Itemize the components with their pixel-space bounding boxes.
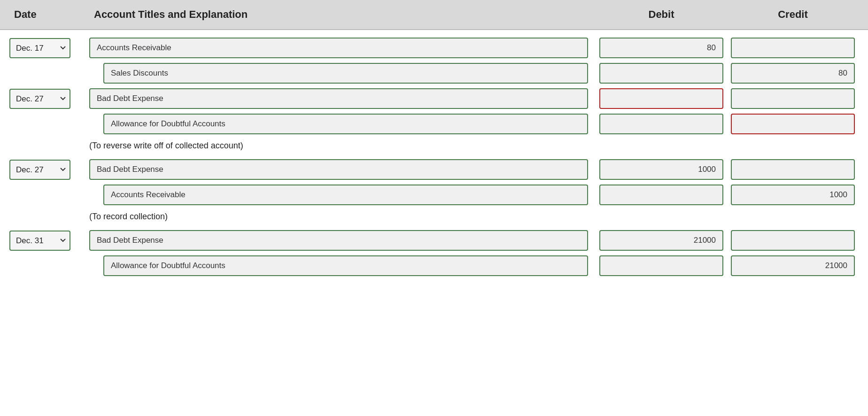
credit-input-entry4-1[interactable] (731, 255, 855, 276)
account-cell-entry2-1 (89, 114, 596, 134)
debit-input-entry3-0[interactable] (599, 159, 723, 180)
journal-table: Date Account Titles and Explanation Debi… (0, 0, 868, 416)
debit-input-entry1-1[interactable] (599, 63, 723, 84)
credit-input-entry4-0[interactable] (731, 230, 855, 251)
debit-cell-entry2-1 (596, 114, 727, 134)
note-date-empty (9, 139, 89, 154)
credit-cell-entry3-0 (727, 159, 859, 180)
table-row: Dec. 17Dec. 27Dec. 31 (9, 159, 859, 180)
credit-cell-entry1-0 (727, 38, 859, 58)
credit-input-entry1-1[interactable] (731, 63, 855, 84)
debit-column-header: Debit (596, 8, 727, 21)
table-row (9, 185, 859, 205)
date-cell-entry4: Dec. 17Dec. 27Dec. 31 (9, 231, 89, 251)
date-cell-entry2: Dec. 17Dec. 27Dec. 31 (9, 89, 89, 109)
account-cell-entry4-1 (89, 255, 596, 276)
account-input-entry4-1[interactable] (103, 255, 588, 276)
table-row (9, 255, 859, 276)
table-row: Dec. 17Dec. 27Dec. 31 (9, 38, 859, 58)
account-column-header: Account Titles and Explanation (89, 8, 596, 21)
credit-input-entry1-0[interactable] (731, 38, 855, 58)
debit-cell-entry3-0 (596, 159, 727, 180)
account-input-entry1-1[interactable] (103, 63, 588, 84)
debit-input-entry3-1[interactable] (599, 185, 723, 205)
account-cell-entry3-0 (89, 159, 596, 180)
credit-cell-entry2-1 (727, 114, 859, 134)
credit-cell-entry3-1 (727, 185, 859, 205)
date-column-header: Date (9, 8, 89, 21)
entry-group-entry3: Dec. 17Dec. 27Dec. 31(To record collecti… (9, 159, 859, 225)
account-cell-entry1-0 (89, 38, 596, 58)
date-select-entry3[interactable]: Dec. 17Dec. 27Dec. 31 (9, 160, 70, 180)
debit-cell-entry4-0 (596, 230, 727, 251)
debit-cell-entry4-1 (596, 255, 727, 276)
account-input-entry1-0[interactable] (89, 38, 588, 58)
credit-input-entry2-1[interactable] (731, 114, 855, 134)
account-input-entry3-0[interactable] (89, 159, 588, 180)
journal-entries: Dec. 17Dec. 27Dec. 31Dec. 17Dec. 27Dec. … (0, 30, 868, 288)
credit-cell-entry4-1 (727, 255, 859, 276)
credit-input-entry3-1[interactable] (731, 185, 855, 205)
note-text-entry3: (To record collection) (89, 210, 596, 225)
account-cell-entry3-1 (89, 185, 596, 205)
debit-cell-entry3-1 (596, 185, 727, 205)
account-input-entry2-0[interactable] (89, 88, 588, 109)
debit-cell-entry1-1 (596, 63, 727, 84)
debit-input-entry4-0[interactable] (599, 230, 723, 251)
credit-cell-entry4-0 (727, 230, 859, 251)
debit-input-entry2-0[interactable] (599, 88, 723, 109)
credit-column-header: Credit (727, 8, 859, 21)
account-cell-entry4-0 (89, 230, 596, 251)
table-row: Dec. 17Dec. 27Dec. 31 (9, 88, 859, 109)
note-row-entry2: (To reverse write off of collected accou… (9, 139, 859, 154)
credit-cell-entry2-0 (727, 88, 859, 109)
credit-cell-entry1-1 (727, 63, 859, 84)
credit-input-entry3-0[interactable] (731, 159, 855, 180)
table-header: Date Account Titles and Explanation Debi… (0, 0, 868, 30)
date-select-entry2[interactable]: Dec. 17Dec. 27Dec. 31 (9, 89, 70, 109)
account-cell-entry1-1 (89, 63, 596, 84)
entry-group-entry4: Dec. 17Dec. 27Dec. 31 (9, 230, 859, 276)
debit-input-entry1-0[interactable] (599, 38, 723, 58)
account-input-entry3-1[interactable] (103, 185, 588, 205)
date-cell-entry1: Dec. 17Dec. 27Dec. 31 (9, 38, 89, 58)
note-row-entry3: (To record collection) (9, 210, 859, 225)
debit-cell-entry2-0 (596, 88, 727, 109)
debit-input-entry2-1[interactable] (599, 114, 723, 134)
entry-group-entry1: Dec. 17Dec. 27Dec. 31 (9, 38, 859, 84)
debit-input-entry4-1[interactable] (599, 255, 723, 276)
account-cell-entry2-0 (89, 88, 596, 109)
note-date-empty (9, 210, 89, 225)
entry-group-entry2: Dec. 17Dec. 27Dec. 31(To reverse write o… (9, 88, 859, 154)
table-row (9, 63, 859, 84)
date-cell-entry3: Dec. 17Dec. 27Dec. 31 (9, 160, 89, 180)
credit-input-entry2-0[interactable] (731, 88, 855, 109)
date-select-entry4[interactable]: Dec. 17Dec. 27Dec. 31 (9, 231, 70, 251)
table-row (9, 114, 859, 134)
account-input-entry2-1[interactable] (103, 114, 588, 134)
account-input-entry4-0[interactable] (89, 230, 588, 251)
debit-cell-entry1-0 (596, 38, 727, 58)
note-text-entry2: (To reverse write off of collected accou… (89, 139, 596, 154)
table-row: Dec. 17Dec. 27Dec. 31 (9, 230, 859, 251)
date-select-entry1[interactable]: Dec. 17Dec. 27Dec. 31 (9, 38, 70, 58)
